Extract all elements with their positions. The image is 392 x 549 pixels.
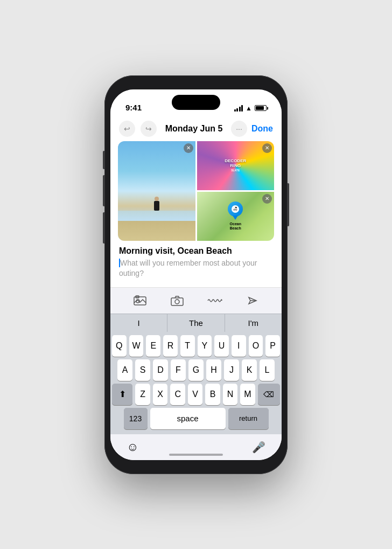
key-y[interactable]: Y <box>198 335 212 357</box>
key-c[interactable]: C <box>170 384 185 405</box>
signal-icon <box>234 105 243 112</box>
predictive-item-2[interactable]: The <box>167 314 225 332</box>
volume-down-button[interactable] <box>103 212 104 244</box>
key-n[interactable]: N <box>223 384 237 405</box>
key-i[interactable]: I <box>232 335 246 357</box>
key-q[interactable]: Q <box>112 335 127 357</box>
note-date-title: Monday Jun 5 <box>157 124 231 134</box>
keyboard-row-3: ⬆ Z X C V B N M ⌫ <box>112 384 280 405</box>
home-indicator <box>169 454 223 456</box>
delete-key[interactable]: ⌫ <box>258 384 280 405</box>
shift-key[interactable]: ⬆ <box>112 384 132 405</box>
key-b[interactable]: B <box>205 384 220 405</box>
podcast-cover-cell[interactable]: DECODERRING SLATE ✕ <box>197 141 275 190</box>
key-u[interactable]: U <box>214 335 229 357</box>
keyboard: Q W E R T Y U I O P A S D F G <box>110 332 282 434</box>
power-button[interactable] <box>288 183 289 226</box>
key-r[interactable]: R <box>163 335 178 357</box>
audio-button[interactable] <box>206 292 223 309</box>
media-grid: ✕ DECODERRING SLATE ✕ 🏖 <box>118 141 274 241</box>
beach-photo-close[interactable]: ✕ <box>184 143 193 153</box>
bottom-bar: ☺ 🎤 <box>110 434 282 460</box>
wifi-icon: ▲ <box>246 105 252 112</box>
key-o[interactable]: O <box>249 335 263 357</box>
key-k[interactable]: K <box>242 359 257 381</box>
note-content[interactable]: Morning visit, Ocean Beach What will you… <box>110 241 282 283</box>
undo-button[interactable]: ↩ <box>119 121 135 137</box>
note-body[interactable]: What will you remember most about your o… <box>119 258 273 279</box>
key-j[interactable]: J <box>224 359 239 381</box>
camera-button[interactable] <box>169 292 186 309</box>
top-bar-right: ··· Done <box>231 121 273 137</box>
map-cell[interactable]: 🏖 OceanBeach ✕ <box>197 192 275 241</box>
return-key[interactable]: return <box>228 408 269 429</box>
keyboard-row-2: A S D F G H J K L <box>112 359 280 381</box>
redo-button[interactable]: ↪ <box>141 121 157 137</box>
podcast-close[interactable]: ✕ <box>262 143 272 153</box>
beach-photo-cell[interactable]: ✕ <box>118 141 195 241</box>
keyboard-row-1: Q W E R T Y U I O P <box>112 335 280 357</box>
phone-shell: 9:41 ▲ ↩ ↪ <box>104 75 288 474</box>
key-p[interactable]: P <box>265 335 280 357</box>
podcast-title-text: DECODERRING <box>225 159 246 169</box>
send-button[interactable] <box>243 292 261 309</box>
key-x[interactable]: X <box>153 384 167 405</box>
phone-screen: 9:41 ▲ ↩ ↪ <box>110 89 282 460</box>
svg-rect-3 <box>171 298 183 305</box>
dynamic-island <box>172 95 220 110</box>
key-h[interactable]: H <box>206 359 221 381</box>
key-w[interactable]: W <box>129 335 144 357</box>
content-spacer <box>110 283 282 287</box>
done-button[interactable]: Done <box>251 124 273 134</box>
more-options-button[interactable]: ··· <box>231 121 247 137</box>
top-bar-left: ↩ ↪ <box>119 121 157 137</box>
key-f[interactable]: F <box>171 359 186 381</box>
keyboard-row-4: 123 space return <box>112 408 280 429</box>
top-bar: ↩ ↪ Monday Jun 5 ··· Done <box>110 116 282 141</box>
key-a[interactable]: A <box>117 359 132 381</box>
status-icons: ▲ <box>234 105 267 112</box>
photo-library-button[interactable] <box>131 292 149 309</box>
predictive-item-3[interactable]: I'm <box>225 314 282 332</box>
key-t[interactable]: T <box>180 335 195 357</box>
key-s[interactable]: S <box>135 359 150 381</box>
dictation-button[interactable]: 🎤 <box>252 441 265 454</box>
key-e[interactable]: E <box>146 335 160 357</box>
note-title: Morning visit, Ocean Beach <box>119 246 273 256</box>
map-label-text: OceanBeach <box>230 222 241 231</box>
numbers-key[interactable]: 123 <box>124 408 148 429</box>
predictive-text-bar: I The I'm <box>110 314 282 332</box>
map-close[interactable]: ✕ <box>262 194 272 204</box>
app-content: ↩ ↪ Monday Jun 5 ··· Done <box>110 116 282 460</box>
key-g[interactable]: G <box>188 359 204 381</box>
key-d[interactable]: D <box>153 359 168 381</box>
svg-point-4 <box>175 300 179 304</box>
volume-up-button[interactable] <box>103 175 104 206</box>
key-l[interactable]: L <box>260 359 275 381</box>
key-z[interactable]: Z <box>135 384 150 405</box>
key-m[interactable]: M <box>240 384 255 405</box>
battery-icon <box>255 105 267 111</box>
podcast-subtitle-text: SLATE <box>231 169 240 172</box>
emoji-button[interactable]: ☺ <box>127 440 138 454</box>
map-pin-icon: 🏖 <box>228 201 243 217</box>
formatting-toolbar <box>110 287 282 314</box>
predictive-item-1[interactable]: I <box>110 314 167 332</box>
space-key[interactable]: space <box>150 408 226 429</box>
status-bar: 9:41 ▲ <box>110 89 282 116</box>
key-v[interactable]: V <box>188 384 202 405</box>
